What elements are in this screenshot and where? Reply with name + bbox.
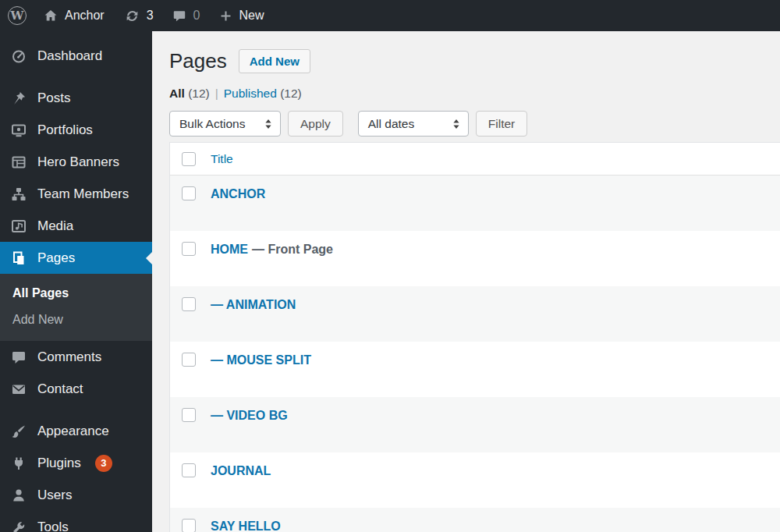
comments-bubble-icon bbox=[9, 348, 28, 367]
sidebar-item-tools[interactable]: Tools bbox=[0, 511, 152, 532]
sidebar-item-label: Dashboard bbox=[37, 48, 102, 64]
wordpress-menu[interactable]: W bbox=[0, 0, 33, 31]
select-arrows-icon bbox=[452, 119, 460, 129]
row-checkbox[interactable] bbox=[182, 242, 196, 256]
sidebar-item-label: Team Members bbox=[37, 186, 129, 202]
sidebar-item-label: Portfolios bbox=[37, 122, 93, 138]
row-checkbox[interactable] bbox=[182, 463, 196, 477]
sidebar-item-appearance[interactable]: Appearance bbox=[0, 415, 152, 447]
user-icon bbox=[9, 486, 28, 505]
media-icon bbox=[9, 217, 28, 236]
row-checkbox[interactable] bbox=[182, 297, 196, 311]
comments-link[interactable]: 0 bbox=[163, 0, 210, 31]
row-checkbox[interactable] bbox=[182, 186, 196, 200]
sidebar-item-label: Comments bbox=[37, 349, 101, 365]
table-toolbar: Bulk Actions Apply All dates Filter bbox=[169, 111, 780, 137]
submenu-item-add-new[interactable]: Add New bbox=[0, 307, 152, 333]
portfolio-screen-icon bbox=[9, 121, 28, 140]
bulk-actions-value: Bulk Actions bbox=[179, 117, 245, 131]
main-content: Pages Add New All (12)|Published (12) Bu… bbox=[152, 31, 780, 532]
sidebar-item-hero-banners[interactable]: Hero Banners bbox=[0, 146, 152, 178]
sidebar-item-contact[interactable]: Contact bbox=[0, 373, 152, 405]
menu-separator bbox=[0, 405, 152, 415]
filter-button[interactable]: Filter bbox=[476, 111, 527, 137]
plugins-update-badge: 3 bbox=[95, 455, 112, 472]
title-column-header[interactable]: Title bbox=[211, 152, 233, 166]
pushpin-icon bbox=[9, 89, 28, 108]
sidebar-item-plugins[interactable]: Plugins 3 bbox=[0, 447, 152, 479]
home-icon bbox=[44, 9, 58, 23]
sidebar-item-team-members[interactable]: Team Members bbox=[0, 178, 152, 210]
views-separator: | bbox=[215, 87, 218, 100]
update-icon bbox=[125, 9, 140, 23]
site-name-link[interactable]: Anchor bbox=[33, 0, 115, 31]
row-checkbox[interactable] bbox=[182, 408, 196, 422]
sidebar-item-posts[interactable]: Posts bbox=[0, 82, 152, 114]
select-arrows-icon bbox=[264, 119, 272, 129]
submenu-item-label: All Pages bbox=[12, 286, 69, 300]
sidebar-item-label: Users bbox=[37, 488, 72, 503]
updates-count: 3 bbox=[147, 9, 154, 23]
new-content-link[interactable]: New bbox=[210, 0, 274, 31]
pages-list-table: Title ANCHOR HOME — Front Page — ANIMATI… bbox=[169, 142, 780, 532]
plugin-icon bbox=[9, 454, 28, 473]
new-label: New bbox=[239, 9, 264, 23]
table-row: HOME — Front Page bbox=[170, 231, 780, 286]
sidebar-item-users[interactable]: Users bbox=[0, 479, 152, 511]
updates-link[interactable]: 3 bbox=[115, 0, 163, 31]
site-name: Anchor bbox=[65, 9, 105, 23]
banner-grid-icon bbox=[9, 153, 28, 172]
menu-separator bbox=[0, 72, 152, 82]
view-published-label: Published bbox=[224, 87, 277, 100]
apply-button[interactable]: Apply bbox=[288, 111, 343, 137]
submenu-item-label: Add New bbox=[12, 313, 63, 326]
post-state-label: — Front Page bbox=[252, 243, 333, 257]
page-title-link[interactable]: ANCHOR bbox=[211, 186, 265, 201]
paintbrush-icon bbox=[9, 422, 28, 441]
table-row: — ANIMATION bbox=[170, 286, 780, 342]
sidebar-item-label: Contact bbox=[37, 381, 83, 397]
sidebar-item-dashboard[interactable]: Dashboard bbox=[0, 40, 152, 72]
page-title-link[interactable]: — VIDEO BG bbox=[211, 408, 288, 423]
select-all-checkbox[interactable] bbox=[182, 152, 196, 166]
view-all-link[interactable]: All (12) bbox=[169, 87, 210, 100]
sidebar-item-portfolios[interactable]: Portfolios bbox=[0, 114, 152, 146]
page-title-link[interactable]: SAY HELLO bbox=[211, 519, 281, 532]
page-title: Pages bbox=[169, 50, 227, 73]
sidebar-item-media[interactable]: Media bbox=[0, 210, 152, 242]
plus-icon bbox=[219, 9, 232, 23]
sidebar-item-label: Appearance bbox=[37, 424, 109, 439]
table-row: ANCHOR bbox=[170, 176, 780, 231]
comments-count: 0 bbox=[193, 9, 200, 23]
add-new-button[interactable]: Add New bbox=[239, 49, 310, 73]
page-title-link[interactable]: — ANIMATION bbox=[211, 297, 296, 312]
dashboard-gauge-icon bbox=[9, 47, 28, 66]
bulk-actions-select[interactable]: Bulk Actions bbox=[169, 111, 281, 137]
sidebar-item-comments[interactable]: Comments bbox=[0, 341, 152, 373]
sidebar-item-label: Pages bbox=[37, 250, 75, 266]
admin-bar: W Anchor 3 0 New bbox=[0, 0, 780, 31]
row-checkbox[interactable] bbox=[182, 353, 196, 367]
dates-filter-select[interactable]: All dates bbox=[358, 111, 469, 137]
org-chart-icon bbox=[9, 185, 28, 204]
table-header-row: Title bbox=[170, 143, 780, 176]
wrench-icon bbox=[9, 518, 28, 532]
sidebar-item-pages[interactable]: Pages bbox=[0, 242, 152, 274]
page-title-link[interactable]: — MOUSE SPLIT bbox=[211, 353, 311, 367]
submenu-item-all-pages[interactable]: All Pages bbox=[0, 280, 152, 307]
sidebar-item-label: Media bbox=[37, 218, 73, 234]
comment-bubble-icon bbox=[172, 9, 186, 23]
dates-filter-value: All dates bbox=[368, 117, 414, 131]
row-checkbox[interactable] bbox=[182, 519, 196, 532]
admin-menu: Dashboard Posts Portfolios Hero Banners bbox=[0, 31, 152, 532]
wordpress-logo-icon: W bbox=[8, 6, 27, 25]
table-row: — VIDEO BG bbox=[170, 397, 780, 452]
pages-icon bbox=[9, 249, 28, 268]
page-title-link[interactable]: HOME bbox=[211, 242, 248, 257]
view-all-label: All bbox=[169, 87, 185, 100]
page-title-link[interactable]: JOURNAL bbox=[211, 463, 271, 478]
views-filter: All (12)|Published (12) bbox=[169, 87, 780, 101]
pages-submenu: All Pages Add New bbox=[0, 274, 152, 341]
envelope-icon bbox=[9, 380, 28, 399]
view-published-link[interactable]: Published (12) bbox=[224, 87, 302, 100]
